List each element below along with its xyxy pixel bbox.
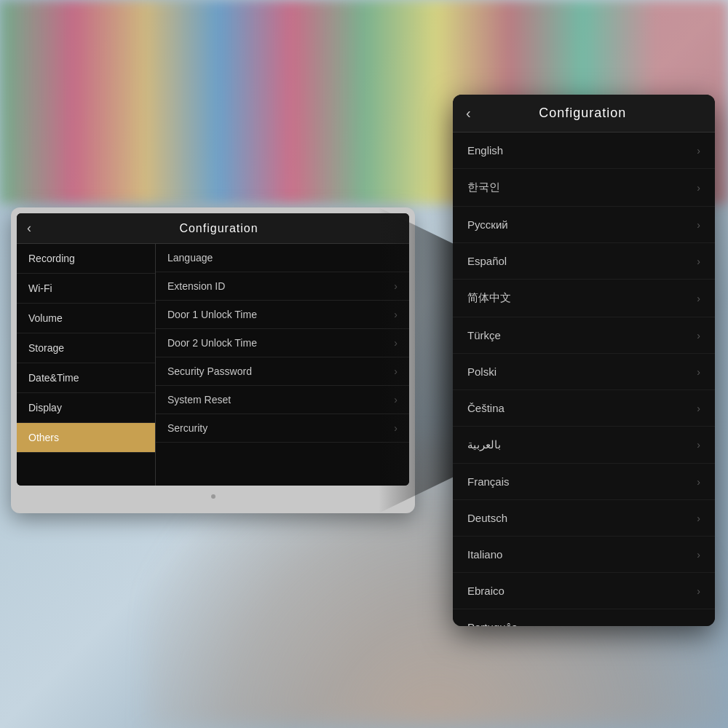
lang-label-english: English: [467, 144, 503, 157]
sidebar-item-datetime[interactable]: Date&Time: [17, 363, 155, 393]
chevron-icon-english: ›: [697, 145, 700, 157]
chevron-icon-hebrew: ›: [697, 585, 700, 597]
lang-row-russian[interactable]: Русский ›: [453, 207, 715, 243]
lang-label-hebrew: Ebraico: [467, 585, 505, 597]
lang-label-french: Français: [467, 475, 510, 488]
lang-row-turkish[interactable]: Türkçe ›: [453, 317, 715, 354]
sidebar-item-wifi[interactable]: Wi-Fi: [17, 274, 155, 304]
lang-row-portuguese[interactable]: Português ›: [453, 609, 715, 626]
panel-title: Configuration: [478, 106, 702, 121]
menu-row-extension-id[interactable]: Extension ID ›: [156, 272, 409, 301]
menu-row-security-password[interactable]: Security Password ›: [156, 357, 409, 386]
panel-header: ‹ Configuration: [453, 95, 715, 132]
chevron-icon-arabic: ›: [697, 439, 700, 451]
menu-label-door1-unlock: Door 1 Unlock Time: [167, 309, 257, 320]
lang-row-korean[interactable]: 한국인 ›: [453, 169, 715, 207]
lang-row-chinese[interactable]: 简体中文 ›: [453, 280, 715, 317]
sidebar-item-storage[interactable]: Storage: [17, 333, 155, 363]
chevron-icon-russian: ›: [697, 219, 700, 231]
small-device-back-button[interactable]: ‹: [27, 221, 31, 236]
sidebar-item-volume[interactable]: Volume: [17, 304, 155, 333]
lang-label-polish: Polski: [467, 365, 496, 378]
sidebar-item-recording[interactable]: Recording: [17, 244, 155, 274]
bottom-dot: [211, 494, 215, 499]
chevron-icon-italian: ›: [697, 549, 700, 561]
lang-label-italian: Italiano: [467, 548, 502, 561]
small-device-title: Configuration: [39, 222, 399, 235]
lang-row-spanish[interactable]: Español ›: [453, 243, 715, 280]
lang-row-arabic[interactable]: بالعربية ›: [453, 427, 715, 464]
chevron-icon-chinese: ›: [697, 293, 700, 304]
chevron-icon-spanish: ›: [697, 256, 700, 267]
lang-row-hebrew[interactable]: Ebraico ›: [453, 573, 715, 609]
small-device: ‹ Configuration Recording Wi-Fi Volume S…: [11, 207, 415, 513]
menu-label-door2-unlock: Door 2 Unlock Time: [167, 337, 257, 349]
lang-row-english[interactable]: English ›: [453, 132, 715, 169]
chevron-icon-german: ›: [697, 513, 700, 524]
chevron-icon-polish: ›: [697, 366, 700, 378]
lang-row-german[interactable]: Deutsch ›: [453, 500, 715, 537]
lang-label-german: Deutsch: [467, 512, 507, 524]
small-device-content: Recording Wi-Fi Volume Storage Date&Time…: [17, 244, 409, 486]
language-list: English › 한국인 › Русский › Español › 简体中文…: [453, 132, 715, 626]
sidebar-item-display[interactable]: Display: [17, 393, 155, 423]
chevron-icon-turkish: ›: [697, 330, 700, 341]
chevron-icon-korean: ›: [697, 182, 700, 194]
chevron-icon-portuguese: ›: [697, 622, 700, 627]
menu-label-language: Language: [167, 252, 213, 264]
menu-row-sercurity[interactable]: Sercurity ›: [156, 414, 409, 443]
lang-row-polish[interactable]: Polski ›: [453, 354, 715, 390]
small-device-header: ‹ Configuration: [17, 213, 409, 244]
lang-label-turkish: Türkçe: [467, 329, 501, 341]
sidebar-item-others[interactable]: Others: [17, 423, 155, 453]
lang-row-french[interactable]: Français ›: [453, 464, 715, 500]
menu-row-system-reset[interactable]: System Reset ›: [156, 386, 409, 414]
lang-label-spanish: Español: [467, 255, 507, 267]
chevron-icon-czech: ›: [697, 403, 700, 414]
large-panel: ‹ Configuration English › 한국인 › Русский …: [453, 95, 715, 626]
lang-label-russian: Русский: [467, 218, 508, 231]
small-device-main: Language Extension ID › Door 1 Unlock Ti…: [155, 244, 409, 486]
menu-label-system-reset: System Reset: [167, 394, 231, 405]
lang-row-italian[interactable]: Italiano ›: [453, 537, 715, 573]
lang-label-czech: Čeština: [467, 402, 505, 414]
lang-row-czech[interactable]: Čeština ›: [453, 390, 715, 427]
menu-label-sercurity: Sercurity: [167, 422, 207, 434]
lang-label-korean: 한국인: [467, 181, 500, 194]
lang-label-arabic: بالعربية: [467, 438, 501, 451]
menu-row-door1-unlock[interactable]: Door 1 Unlock Time ›: [156, 301, 409, 329]
chevron-icon-french: ›: [697, 476, 700, 488]
sidebar: Recording Wi-Fi Volume Storage Date&Time…: [17, 244, 155, 486]
lang-label-chinese: 简体中文: [467, 291, 511, 305]
lang-label-portuguese: Português: [467, 621, 517, 626]
device-bottom-bar: [17, 486, 409, 507]
menu-row-door2-unlock[interactable]: Door 2 Unlock Time ›: [156, 329, 409, 357]
panel-back-button[interactable]: ‹: [466, 105, 471, 122]
menu-label-extension-id: Extension ID: [167, 280, 225, 292]
menu-label-security-password: Security Password: [167, 365, 252, 377]
menu-row-language[interactable]: Language: [156, 244, 409, 272]
